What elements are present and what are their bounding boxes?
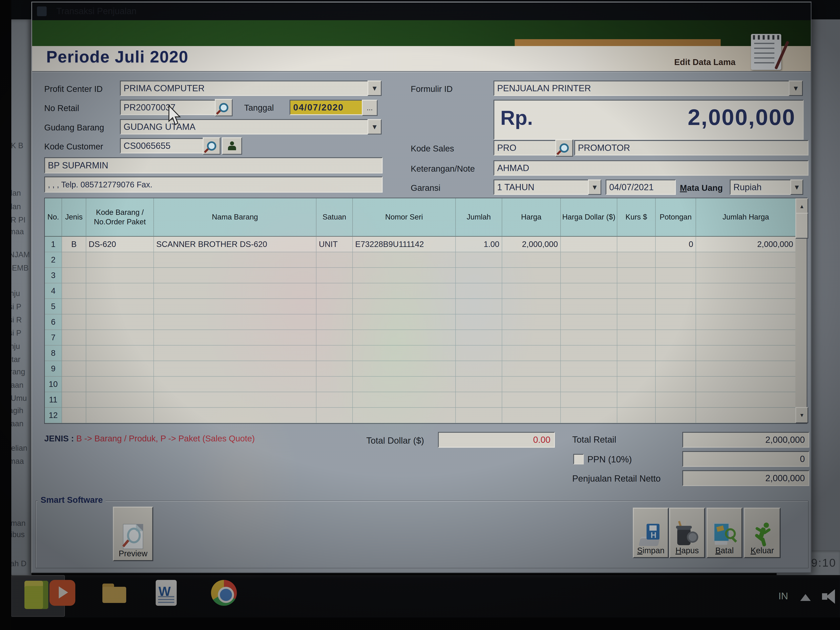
table-row[interactable]: 9 (45, 361, 796, 377)
notepad-icon[interactable] (751, 34, 781, 70)
preview-button[interactable]: Preview (113, 507, 153, 561)
total-dollar-label: Total Dollar ($) (366, 436, 424, 446)
search-icon (559, 144, 569, 153)
window-title-text: Transaksi Penjualan (56, 6, 136, 16)
profit-center-dropdown-icon[interactable]: ▼ (368, 81, 382, 96)
customer-browse-button[interactable] (222, 137, 242, 155)
desktop-right-strip (809, 19, 840, 553)
laptop-bezel-left (0, 0, 11, 630)
ppn-label: PPN (10%) (587, 454, 632, 464)
kode-sales-input[interactable]: PRO (494, 140, 561, 155)
tanggal-picker-button[interactable]: ... (362, 100, 377, 116)
table-row[interactable]: 12 (45, 408, 796, 423)
batal-button[interactable]: Batal (707, 508, 742, 558)
table-row[interactable]: 6 (45, 314, 796, 330)
garansi-dropdown-icon[interactable]: ▼ (588, 180, 601, 195)
formulir-select[interactable]: PENJUALAN PRINTER (494, 81, 795, 96)
table-row[interactable]: 5 (45, 299, 796, 314)
netto-field: 2,000,000 (682, 470, 809, 486)
scroll-thumb[interactable] (795, 213, 808, 239)
customer-search-button[interactable] (203, 137, 221, 155)
gudang-label: Gudang Barang (44, 123, 104, 133)
groupbox-title: Smart Software (38, 495, 106, 505)
taskbar-explorer-icon[interactable] (103, 580, 128, 606)
hapus-button[interactable]: Hapus (669, 508, 705, 558)
garansi-until-field[interactable]: 04/07/2021 (606, 180, 676, 195)
garansi-label: Garansi (411, 183, 441, 193)
laptop-bezel-bottom (0, 617, 840, 630)
tray-expand-icon[interactable] (800, 594, 811, 601)
ppn-field: 0 (682, 451, 809, 467)
save-icon (640, 524, 662, 546)
total-retail-label: Total Retail (572, 434, 616, 445)
taskbar-word-icon[interactable] (156, 580, 177, 606)
scroll-up-button[interactable]: ▲ (795, 198, 808, 215)
table-row[interactable]: 8 (45, 346, 796, 361)
table-row[interactable]: 10 (45, 377, 796, 392)
jenis-legend: JENIS : B -> Barang / Produk, P -> Paket… (44, 434, 255, 444)
col-header: Potongan (656, 198, 696, 237)
amount-display-box: Rp. 2,000,000 (494, 100, 804, 140)
keterangan-label: Keterangan/Note (411, 164, 475, 174)
window-titlebar: Transaksi Penjualan (32, 2, 811, 20)
simpan-button[interactable]: Simpan (633, 508, 669, 558)
header-divider (32, 71, 811, 72)
sales-search-button[interactable] (555, 139, 573, 157)
scroll-down-button[interactable]: ▼ (795, 407, 808, 423)
mata-uang-select[interactable]: Rupiah (730, 180, 797, 195)
table-row[interactable]: 3 (45, 268, 796, 283)
col-header: Harga Dollar ($) (561, 198, 617, 237)
preview-icon (123, 524, 143, 549)
table-row[interactable]: 2 (45, 252, 796, 268)
header-title-strip: Periode Juli 2020 Edit Data Lama (32, 46, 811, 71)
profit-center-select[interactable]: PRIMA COMPUTER (120, 81, 374, 96)
gudang-select[interactable]: GUDANG UTAMA (120, 119, 374, 134)
taskbar: IN (11, 575, 840, 618)
profit-center-label: Profit Center ID (44, 84, 103, 94)
items-table: No. Jenis Kode Barang / No.Order Paket N… (44, 198, 797, 424)
search-icon (219, 103, 228, 112)
edit-data-lama-link[interactable]: Edit Data Lama (674, 57, 736, 67)
customer-phone-field[interactable]: , , , Telp. 085712779076 Fax. (44, 177, 383, 193)
no-retail-input[interactable]: PR20070037 (120, 100, 221, 115)
table-row[interactable]: 4 (45, 283, 796, 299)
col-header: Jumlah (456, 198, 502, 237)
table-row[interactable]: 11 (45, 392, 796, 408)
kode-sales-label: Kode Sales (411, 144, 454, 153)
mata-uang-label: Mata Uang (680, 183, 723, 193)
table-scrollbar[interactable]: ▲ ▼ (795, 198, 807, 424)
col-header: Kurs $ (617, 198, 656, 237)
no-retail-label: No Retail (44, 103, 79, 113)
taskbar-media-player-icon[interactable] (49, 580, 75, 606)
tanggal-input[interactable]: 04/07/2020 (290, 100, 368, 115)
amount-value: 2,000,000 (688, 104, 796, 130)
total-retail-field: 2,000,000 (682, 432, 809, 448)
cancel-icon (712, 523, 737, 546)
customer-name-field[interactable]: BP SUPARMIN (44, 157, 383, 174)
kode-customer-input[interactable]: CS0065655 (120, 138, 208, 153)
currency-prefix: Rp. (501, 106, 533, 129)
exit-icon (751, 523, 774, 546)
speaker-icon[interactable] (822, 589, 840, 603)
formulir-dropdown-icon[interactable]: ▼ (789, 81, 803, 96)
col-header: Jenis (62, 198, 86, 237)
no-retail-search-button[interactable] (215, 99, 233, 116)
mata-uang-dropdown-icon[interactable]: ▼ (790, 180, 803, 195)
ppn-checkbox[interactable] (573, 454, 584, 464)
tanggal-label: Tanggal (244, 103, 274, 113)
table-row[interactable]: 7 (45, 330, 796, 346)
sales-name-field[interactable]: PROMOTOR (574, 140, 808, 155)
col-header: Kode Barang / No.Order Paket (86, 198, 154, 237)
keluar-button[interactable]: Keluar (744, 508, 781, 558)
netto-label: Penjualan Retail Netto (572, 474, 661, 483)
col-header: Nomor Seri (353, 198, 456, 237)
table-row[interactable]: 1 B DS-620 SCANNER BROTHER DS-620 UNIT E… (45, 237, 796, 252)
language-indicator[interactable]: IN (778, 591, 788, 602)
keterangan-input[interactable]: AHMAD (494, 160, 808, 176)
gudang-dropdown-icon[interactable]: ▼ (368, 119, 382, 134)
garansi-select[interactable]: 1 TAHUN (494, 180, 594, 195)
kode-customer-label: Kode Customer (44, 142, 103, 152)
col-header: Jumlah Harga (696, 198, 796, 237)
taskbar-chrome-icon[interactable] (211, 580, 237, 606)
col-header: Nama Barang (154, 198, 316, 237)
